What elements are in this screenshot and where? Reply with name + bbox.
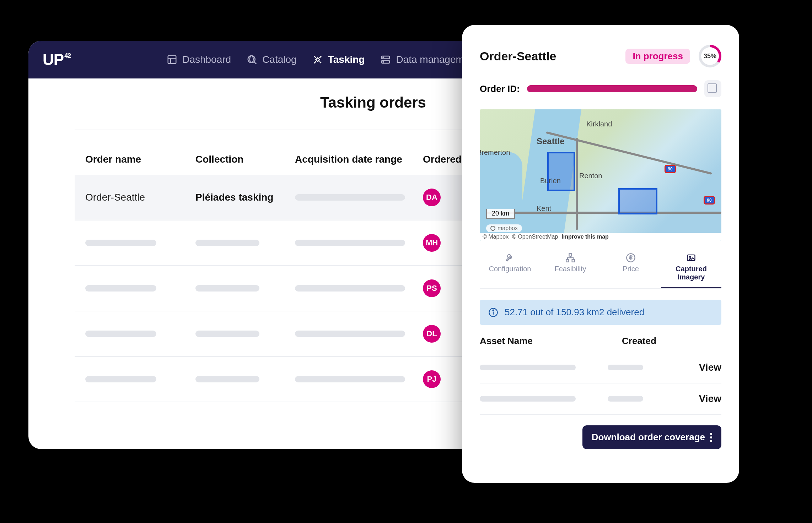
placeholder bbox=[295, 285, 405, 292]
delivery-banner-text: 52.71 out of 150.93 km2 delivered bbox=[505, 307, 644, 318]
svg-line-4 bbox=[254, 62, 256, 64]
placeholder bbox=[85, 331, 156, 337]
assets-header: Asset Name Created bbox=[480, 336, 721, 352]
nav-dashboard[interactable]: Dashboard bbox=[167, 54, 231, 65]
asset-row: View bbox=[480, 383, 721, 415]
brand-super: 42 bbox=[64, 52, 71, 60]
order-id-row: Order ID: bbox=[480, 80, 721, 97]
placeholder bbox=[480, 365, 576, 370]
download-coverage-label: Download order coverage bbox=[592, 432, 705, 443]
svg-rect-15 bbox=[569, 254, 572, 256]
aoi-polygon bbox=[547, 152, 575, 191]
order-id-value-redacted bbox=[527, 85, 697, 92]
col-header-order-name: Order name bbox=[85, 154, 195, 165]
progress-pct: 35% bbox=[704, 53, 716, 60]
avatar: DL bbox=[423, 325, 441, 343]
attrib-mapbox[interactable]: © Mapbox bbox=[483, 234, 509, 240]
tab-captured-label: Captured Imagery bbox=[661, 265, 721, 281]
nav-dashboard-label: Dashboard bbox=[182, 54, 231, 65]
svg-rect-0 bbox=[168, 56, 176, 64]
globe-search-icon bbox=[247, 54, 257, 65]
placeholder bbox=[85, 240, 156, 246]
svg-point-23 bbox=[493, 310, 494, 311]
tab-feasibility-label: Feasibility bbox=[555, 265, 586, 273]
tab-price-label: Price bbox=[623, 265, 639, 273]
brand-logo: UP42 bbox=[43, 51, 71, 69]
more-icon bbox=[710, 433, 712, 442]
svg-point-5 bbox=[250, 56, 253, 63]
asset-view-link[interactable]: View bbox=[699, 393, 721, 404]
svg-rect-16 bbox=[566, 260, 569, 262]
server-icon bbox=[380, 54, 391, 65]
placeholder bbox=[608, 396, 643, 402]
placeholder bbox=[295, 376, 405, 382]
svg-line-9 bbox=[314, 61, 316, 63]
panel-tabs: Configuration Feasibility Price Captured… bbox=[480, 250, 721, 289]
info-icon bbox=[488, 307, 498, 317]
order-detail-panel: Order-Seattle In progress 35% Order ID: … bbox=[462, 25, 739, 483]
avatar: DA bbox=[423, 189, 441, 206]
svg-point-20 bbox=[689, 257, 691, 258]
panel-header: Order-Seattle In progress 35% bbox=[480, 45, 721, 67]
placeholder bbox=[480, 396, 576, 402]
download-coverage-button[interactable]: Download order coverage bbox=[582, 425, 721, 449]
asset-row: View bbox=[480, 352, 721, 383]
nav-tasking-label: Tasking bbox=[328, 54, 365, 65]
svg-point-3 bbox=[248, 56, 255, 63]
placeholder bbox=[608, 365, 643, 370]
primary-nav: Dashboard Catalog Tasking bbox=[167, 54, 478, 65]
dashboard-icon bbox=[167, 54, 177, 65]
status-badge: In progress bbox=[625, 49, 690, 64]
panel-title: Order-Seattle bbox=[480, 49, 556, 63]
placeholder bbox=[195, 240, 259, 246]
col-header-collection: Collection bbox=[195, 154, 295, 165]
tab-configuration[interactable]: Configuration bbox=[480, 250, 540, 288]
cell-order-name: Order-Seattle bbox=[85, 192, 195, 203]
placeholder bbox=[85, 285, 156, 292]
assets-header-name: Asset Name bbox=[480, 336, 622, 347]
svg-line-7 bbox=[314, 56, 316, 58]
placeholder bbox=[195, 376, 259, 382]
nav-tasking[interactable]: Tasking bbox=[312, 54, 365, 65]
order-id-label: Order ID: bbox=[480, 83, 520, 94]
copy-order-id-button[interactable] bbox=[704, 80, 721, 97]
tab-captured-imagery[interactable]: Captured Imagery bbox=[661, 250, 721, 288]
map-label-kirkland: Kirkland bbox=[586, 120, 612, 128]
attrib-osm[interactable]: © OpenStreetMap bbox=[512, 234, 558, 240]
asset-view-link[interactable]: View bbox=[699, 362, 721, 373]
svg-line-10 bbox=[319, 61, 321, 63]
tab-configuration-label: Configuration bbox=[489, 265, 531, 273]
map-label-renton: Renton bbox=[579, 172, 602, 180]
placeholder bbox=[295, 240, 405, 246]
map-scale: 20 km bbox=[486, 209, 515, 219]
tab-price[interactable]: Price bbox=[601, 250, 661, 288]
svg-rect-17 bbox=[572, 260, 575, 262]
placeholder bbox=[295, 194, 405, 201]
highway-shield: 90 bbox=[665, 165, 676, 173]
mapbox-badge-text: mapbox bbox=[498, 225, 518, 231]
map-label-bremerton: Bremerton bbox=[480, 148, 510, 157]
svg-rect-6 bbox=[316, 58, 319, 62]
highway-shield: 90 bbox=[704, 196, 715, 205]
attrib-improve-link[interactable]: Improve this map bbox=[561, 234, 608, 240]
map-label-burien: Burien bbox=[540, 177, 561, 185]
order-map[interactable]: Seattle Kirkland Bremerton Burien Renton… bbox=[480, 109, 721, 241]
col-header-acq-range: Acquisition date range bbox=[295, 154, 423, 165]
delivery-banner: 52.71 out of 150.93 km2 delivered bbox=[480, 300, 721, 325]
svg-point-14 bbox=[383, 61, 384, 62]
image-icon bbox=[686, 253, 696, 263]
avatar: PJ bbox=[423, 370, 441, 388]
avatar: PS bbox=[423, 279, 441, 297]
dollar-icon bbox=[626, 253, 636, 263]
map-label-kent: Kent bbox=[537, 205, 551, 213]
placeholder bbox=[195, 285, 259, 292]
wrench-icon bbox=[505, 253, 515, 263]
satellite-icon bbox=[312, 54, 323, 65]
placeholder bbox=[195, 331, 259, 337]
nav-catalog-label: Catalog bbox=[262, 54, 297, 65]
nav-catalog[interactable]: Catalog bbox=[247, 54, 297, 65]
copy-icon bbox=[709, 85, 717, 93]
placeholder bbox=[295, 331, 405, 337]
svg-line-8 bbox=[319, 56, 321, 58]
tab-feasibility[interactable]: Feasibility bbox=[540, 250, 601, 288]
